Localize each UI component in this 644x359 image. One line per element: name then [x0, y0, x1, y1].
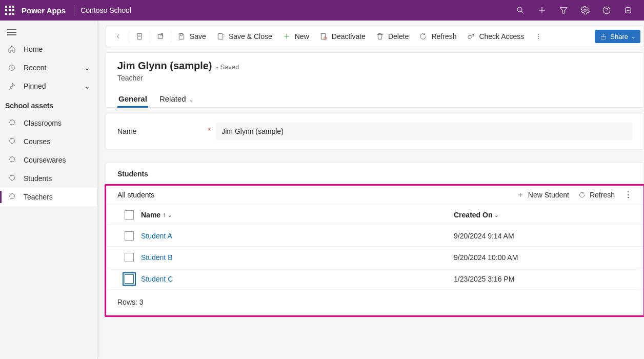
svg-point-0	[517, 7, 522, 12]
created-on-value: 1/23/2025 3:16 PM	[454, 275, 632, 283]
svg-line-17	[222, 33, 224, 35]
gear-icon[interactable]	[574, 0, 596, 21]
overflow-button[interactable]	[529, 26, 548, 47]
top-bar: Power Apps Contoso School	[0, 0, 644, 21]
app-launcher-icon[interactable]	[5, 6, 14, 15]
svg-point-24	[538, 36, 539, 37]
sidebar-item-classrooms[interactable]: Classrooms	[0, 114, 97, 132]
name-field-card: Name * Jim Glynn (sample)	[106, 113, 644, 150]
sidebar-item-label: Classrooms	[24, 119, 62, 127]
svg-line-1	[521, 11, 524, 13]
svg-rect-20	[321, 34, 325, 39]
chevron-down-icon: ⌄	[84, 64, 90, 72]
share-button[interactable]: Share⌄	[595, 30, 640, 43]
filter-icon[interactable]	[553, 0, 574, 21]
puzzle-icon	[7, 193, 16, 201]
table-row[interactable]: Student C 1/23/2025 3:16 PM	[106, 268, 643, 290]
subgrid-footer: Rows: 3	[106, 290, 643, 315]
name-input[interactable]: Jim Glynn (sample)	[216, 123, 632, 140]
highlighted-region: All students New Student Refresh ⋮	[105, 184, 644, 317]
record-title: Jim Glynn (sample)	[117, 60, 212, 72]
created-on-value: 9/20/2024 9:14 AM	[454, 232, 632, 240]
sidebar: Home Recent ⌄ Pinned ⌄ School assets Cla…	[0, 21, 98, 359]
chevron-down-icon: ⌄	[631, 34, 635, 39]
delete-button[interactable]: Delete	[371, 26, 414, 47]
sidebar-item-coursewares[interactable]: Coursewares	[0, 151, 97, 169]
new-button[interactable]: New	[277, 26, 314, 47]
student-link[interactable]: Student B	[141, 253, 173, 262]
name-label: Name	[117, 127, 208, 135]
svg-point-4	[584, 9, 587, 12]
back-button[interactable]	[109, 26, 128, 47]
row-checkbox[interactable]	[125, 274, 134, 284]
chevron-down-icon: ⌄	[494, 212, 498, 218]
column-name[interactable]: Name↑⌄	[141, 211, 454, 219]
sidebar-item-courses[interactable]: Courses	[0, 132, 97, 151]
popout-button[interactable]	[151, 26, 170, 47]
sidebar-item-label: Coursewares	[24, 156, 66, 164]
deactivate-button[interactable]: Deactivate	[314, 26, 371, 47]
save-close-button[interactable]: Save & Close	[211, 26, 277, 47]
app-brand: Power Apps	[22, 6, 66, 15]
sidebar-item-label: Courses	[24, 137, 50, 146]
sidebar-item-students[interactable]: Students	[0, 169, 97, 188]
svg-point-8	[627, 10, 628, 11]
hamburger-icon[interactable]	[0, 21, 97, 40]
table-row[interactable]: Student B 9/20/2024 10:00 AM	[106, 247, 643, 268]
puzzle-icon	[7, 156, 16, 164]
puzzle-icon	[7, 137, 16, 146]
sidebar-item-label: Teachers	[24, 193, 53, 201]
save-button[interactable]: Save	[172, 26, 211, 47]
chevron-down-icon: ⌄	[189, 97, 193, 103]
subgrid-refresh-button[interactable]: Refresh	[578, 191, 615, 199]
sidebar-item-home[interactable]: Home	[0, 40, 97, 58]
home-icon	[7, 45, 16, 53]
svg-rect-7	[626, 8, 631, 13]
form-tabs: General Related⌄	[117, 89, 632, 107]
chevron-down-icon: ⌄	[84, 82, 90, 90]
subgrid-overflow-button[interactable]: ⋮	[624, 190, 632, 200]
table-row[interactable]: Student A 9/20/2024 9:14 AM	[106, 225, 643, 247]
sidebar-item-label: Home	[24, 45, 43, 53]
sidebar-item-recent[interactable]: Recent ⌄	[0, 58, 97, 77]
subgrid-title: Students	[106, 170, 643, 184]
tab-related[interactable]: Related⌄	[158, 89, 194, 107]
form-header: Jim Glynn (sample) - Saved Teacher Gener…	[106, 52, 644, 108]
tab-general[interactable]: General	[117, 89, 148, 107]
required-indicator: *	[208, 127, 211, 136]
students-subgrid: Students All students New Student Refres…	[106, 162, 644, 317]
sidebar-item-label: Pinned	[24, 82, 46, 90]
student-link[interactable]: Student A	[141, 232, 172, 240]
top-separator	[74, 5, 74, 16]
sidebar-item-teachers[interactable]: Teachers	[0, 188, 97, 206]
form-selector-button[interactable]	[130, 26, 149, 47]
subgrid-view-name[interactable]: All students	[117, 191, 154, 199]
svg-rect-14	[158, 35, 162, 39]
help-icon[interactable]	[596, 0, 617, 21]
puzzle-icon	[7, 174, 16, 183]
main-area: Save Save & Close New Deactivate Delete …	[98, 21, 644, 359]
column-created-on[interactable]: Created On⌄	[454, 211, 632, 219]
svg-point-25	[538, 38, 539, 39]
row-checkbox[interactable]	[125, 253, 134, 262]
student-link[interactable]: Student C	[141, 275, 173, 283]
chevron-down-icon: ⌄	[168, 212, 172, 218]
created-on-value: 9/20/2024 10:00 AM	[454, 253, 632, 262]
svg-point-23	[538, 34, 539, 35]
add-icon[interactable]	[531, 0, 553, 21]
new-student-button[interactable]: New Student	[517, 191, 569, 199]
sidebar-item-pinned[interactable]: Pinned ⌄	[0, 77, 97, 95]
sidebar-item-label: Recent	[24, 64, 46, 72]
refresh-button[interactable]: Refresh	[414, 26, 461, 47]
pin-icon	[7, 82, 16, 90]
row-checkbox[interactable]	[125, 231, 134, 241]
record-status: - Saved	[216, 63, 239, 71]
grid-header: Name↑⌄ Created On⌄	[106, 205, 643, 225]
assistant-icon[interactable]	[617, 0, 639, 21]
select-all-checkbox[interactable]	[125, 210, 134, 220]
environment-name[interactable]: Contoso School	[80, 6, 131, 14]
clock-icon	[7, 64, 16, 72]
search-icon[interactable]	[510, 0, 531, 21]
sidebar-group-label: School assets	[0, 95, 97, 114]
check-access-button[interactable]: Check Access	[461, 26, 529, 47]
